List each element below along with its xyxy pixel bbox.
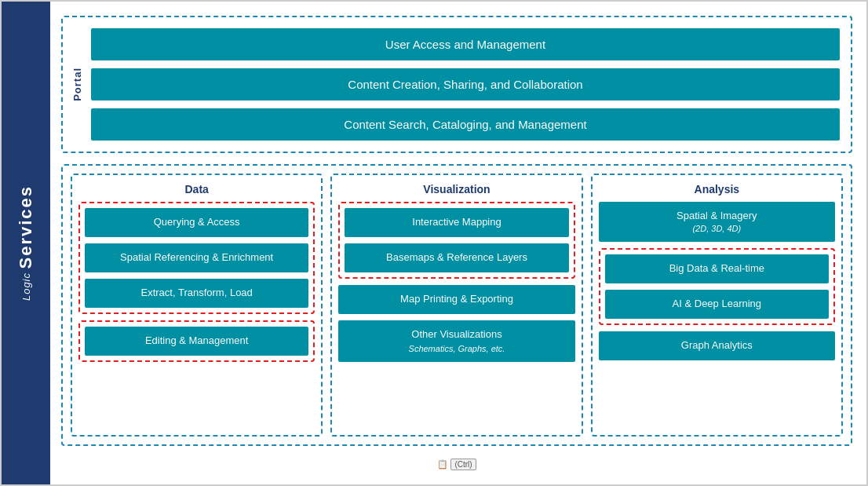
portal-label-wrapper: Portal — [63, 28, 91, 141]
sidebar-subtitle: Logic — [20, 272, 32, 301]
analysis-column: Analysis Spatial & Imagery (2D, 3D, 4D) … — [591, 174, 843, 437]
analysis-red-group: Big Data & Real-time AI & Deep Learning — [599, 248, 835, 325]
viz-column-title: Visualization — [338, 183, 574, 195]
data-red-group: Querying & Access Spatial Referencing & … — [78, 202, 315, 314]
viz-block-other: Other Visualizations Schematics, Graphs,… — [338, 320, 574, 362]
portal-blocks: User Access and Management Content Creat… — [91, 28, 840, 141]
visualization-column: Visualization Interactive Mapping Basema… — [330, 174, 582, 437]
analysis-column-title: Analysis — [599, 183, 835, 195]
sidebar-title: Services — [16, 185, 36, 269]
analysis-block-ai: AI & Deep Learning — [605, 290, 829, 319]
viz-block-mapping: Interactive Mapping — [345, 208, 568, 237]
portal-block-1: Content Creation, Sharing, and Collabora… — [91, 68, 840, 100]
content-area: Portal User Access and Management Conten… — [50, 2, 866, 484]
sidebar: Services Logic — [2, 2, 50, 484]
data-column-title: Data — [78, 183, 315, 195]
portal-block-0: User Access and Management — [91, 28, 840, 60]
analysis-top-block: Spatial & Imagery (2D, 3D, 4D) — [599, 202, 835, 242]
data-block-querying: Querying & Access — [85, 208, 308, 237]
viz-block-basemaps: Basemaps & Reference Layers — [345, 243, 568, 272]
viz-block-printing: Map Printing & Exporting — [338, 285, 574, 314]
analysis-block-graph: Graph Analytics — [599, 331, 835, 360]
ctrl-badge: (Ctrl) — [450, 459, 476, 470]
data-editing-group: Editing & Management — [78, 320, 315, 362]
services-section: Data Querying & Access Spatial Referenci… — [61, 164, 852, 446]
portal-block-2: Content Search, Cataloging, and Manageme… — [91, 108, 840, 141]
data-block-spatial: Spatial Referencing & Enrichment — [85, 243, 308, 272]
data-block-etl: Extract, Transform, Load — [85, 279, 308, 308]
portal-label: Portal — [71, 68, 83, 101]
paste-icon-area: 📋 (Ctrl) — [61, 459, 852, 470]
analysis-block-bigdata: Big Data & Real-time — [605, 254, 829, 283]
portal-section: Portal User Access and Management Conten… — [61, 16, 852, 153]
viz-red-group: Interactive Mapping Basemaps & Reference… — [338, 202, 574, 279]
data-block-editing: Editing & Management — [85, 327, 308, 356]
data-column: Data Querying & Access Spatial Referenci… — [71, 174, 323, 437]
paste-icon: 📋 — [437, 459, 448, 469]
main-wrapper: Services Logic Portal User Access and Ma… — [0, 0, 868, 486]
